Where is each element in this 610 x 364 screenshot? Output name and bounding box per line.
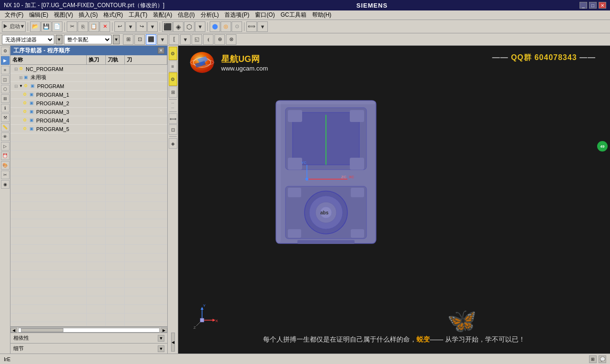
filter-dropdown-arrow[interactable]: ▼ <box>56 35 62 44</box>
sidebar-icon-feature[interactable]: ◫ <box>1 75 10 84</box>
redo-button[interactable]: ↪ <box>136 21 147 32</box>
status-icon-2[interactable]: 💬 <box>599 355 606 363</box>
filter-select[interactable]: 无选择过滤器 <box>2 35 54 44</box>
tree-row-program-5[interactable]: ⚙ ▣ PROGRAM_5 <box>10 125 167 133</box>
view-dropdown[interactable]: ▼ <box>195 21 205 32</box>
start-button[interactable]: ▶ 启动▼ <box>2 21 26 32</box>
dependencies-expand-button[interactable]: ▼ <box>158 335 164 342</box>
undo-dropdown[interactable]: ▼ <box>125 21 136 32</box>
close-button[interactable]: ✕ <box>599 2 606 9</box>
tree-row-program-2[interactable]: ⚙ ▣ PROGRAM_2 <box>10 99 167 108</box>
details-expand-button[interactable]: ▼ <box>158 345 164 352</box>
menu-window[interactable]: 窗口(O) <box>252 10 277 20</box>
sidebar-icon-cut[interactable]: ✂ <box>1 171 10 179</box>
col-tool-header: 刀轨 <box>106 55 125 64</box>
sidebar-icon-measure[interactable]: 📏 <box>1 123 10 131</box>
filter-btn-1[interactable]: ⊞ <box>123 34 133 45</box>
assembly-select[interactable]: 整个装配 <box>64 35 112 44</box>
filter-btn-4[interactable]: ▼ <box>157 34 168 45</box>
undo-button[interactable]: ↩ <box>114 21 125 32</box>
redo-dropdown[interactable]: ▼ <box>147 21 158 32</box>
undo-tools: ↩ ▼ ↪ ▼ <box>114 21 158 32</box>
sidebar-icon-view[interactable]: 👁 <box>1 132 10 141</box>
filter-btn-6[interactable]: ▼ <box>180 34 191 45</box>
menu-preferences[interactable]: 首选项(P) <box>222 10 252 20</box>
sidebar-icon-sim[interactable]: ▷ <box>1 142 10 151</box>
cam-button-1[interactable]: ⬤ <box>210 21 220 32</box>
view-iso-button[interactable]: ◈ <box>173 21 183 32</box>
tree-row-program-1[interactable]: ⚙ ▣ PROGRAM_1 <box>10 91 167 99</box>
sidebar-icon-nav[interactable]: ≡ <box>1 66 10 74</box>
cam-rt-btn-1[interactable]: ⚙ <box>169 47 177 60</box>
left-sidebar: ⚙ ▶ ≡ ◫ ⬡ ⊞ ℹ ⚒ 📏 👁 ▷ ⏰ 🎨 ✂ ◉ <box>0 46 10 354</box>
status-icon-1[interactable]: ⊞ <box>589 355 597 363</box>
assembly-dropdown-arrow[interactable]: ▼ <box>113 35 120 44</box>
sidebar-icon-extra[interactable]: ◉ <box>1 180 10 189</box>
tree-row-program[interactable]: ⊟ ▼ ⚙ ▣ PROGRAM <box>10 82 167 91</box>
cam-rt-btn-3[interactable]: ⚙ <box>169 72 177 86</box>
filter-btn-10[interactable]: ⊗ <box>226 34 236 45</box>
filter-btn-2[interactable]: ⊡ <box>134 34 145 45</box>
panel-close-button[interactable]: ✕ <box>158 47 164 54</box>
measure-dropdown[interactable]: ▼ <box>257 21 268 32</box>
panel-collapse-arrow[interactable]: ◀ <box>171 333 175 352</box>
cam-rt-btn-5[interactable]: ⟺ <box>169 113 177 124</box>
sidebar-icon-history[interactable]: ▶ <box>1 56 10 65</box>
cam-rt-btn-4[interactable]: ⊞ <box>169 86 177 98</box>
menu-gc-tools[interactable]: GC工具箱 <box>278 10 309 20</box>
menu-tools[interactable]: 工具(T) <box>126 10 150 20</box>
menu-edit[interactable]: 编辑(E) <box>26 10 51 20</box>
measure-button[interactable]: ⟺ <box>246 21 257 32</box>
paste-button[interactable]: 📋 <box>89 21 99 32</box>
filter-btn-3[interactable]: ⬛ <box>146 34 156 45</box>
menu-file[interactable]: 文件(F) <box>2 10 26 20</box>
menu-view[interactable]: 视图(V) <box>51 10 76 20</box>
scroll-right-button[interactable]: ▶ <box>161 328 167 333</box>
brand-title: 星航UG网 <box>221 53 268 65</box>
svg-rect-26 <box>351 229 364 238</box>
view-cube-button[interactable]: ⬛ <box>162 21 173 32</box>
tree-row-program-4[interactable]: ⚙ ▣ PROGRAM_4 <box>10 116 167 125</box>
qq-info: —— QQ群 604078343 —— <box>492 53 596 63</box>
tree-row-unused[interactable]: ⊞ ▣ 未用项 <box>10 73 167 82</box>
sidebar-icon-clock[interactable]: ⏰ <box>1 152 10 160</box>
sidebar-icon-model[interactable]: ⬡ <box>1 85 10 93</box>
menu-help[interactable]: 帮助(H) <box>309 10 335 20</box>
cam-button-3[interactable]: ⊙ <box>232 21 242 32</box>
sidebar-icon-settings[interactable]: ⚙ <box>1 47 10 55</box>
main-toolbar: ▶ 启动▼ 📂 💾 📄 ✂ ⎘ 📋 ✕ ↩ ▼ ↪ ▼ ⬛ ◈ ⬡ ▼ ⬤ ◎ … <box>0 20 610 33</box>
filter-btn-8[interactable]: ⟬ <box>203 34 214 45</box>
sidebar-icon-info[interactable]: ℹ <box>1 104 10 112</box>
cam-rt-btn-6[interactable]: ⊡ <box>169 124 177 135</box>
cut-button[interactable]: ✂ <box>67 21 77 32</box>
restore-button[interactable]: □ <box>589 2 597 9</box>
menu-insert[interactable]: 插入(S) <box>76 10 101 20</box>
sidebar-icon-cam[interactable]: ⚒ <box>1 113 10 122</box>
menu-info[interactable]: 信息(I) <box>175 10 197 20</box>
scroll-left-button[interactable]: ◀ <box>10 328 17 333</box>
filter-btn-5[interactable]: ⟦ <box>169 34 179 45</box>
sidebar-icon-assembly[interactable]: ⊞ <box>1 94 10 103</box>
menu-assembly[interactable]: 装配(A) <box>150 10 175 20</box>
cam-rt-btn-7[interactable]: ◈ <box>169 138 177 149</box>
filter-btn-9[interactable]: ⊕ <box>214 34 225 45</box>
program-3-tool <box>106 108 125 116</box>
copy-button[interactable]: ⎘ <box>78 21 88 32</box>
menu-format[interactable]: 格式(R) <box>101 10 126 20</box>
tree-row-program-3[interactable]: ⚙ ▣ PROGRAM_3 <box>10 108 167 116</box>
green-circle-button[interactable]: 49 <box>597 141 608 152</box>
filter-btn-7[interactable]: ◱ <box>192 34 202 45</box>
cam-rt-btn-2[interactable]: ≡ <box>169 61 177 72</box>
minimize-button[interactable]: _ <box>580 2 587 9</box>
horizontal-scrollbar[interactable] <box>18 328 160 333</box>
sidebar-icon-color[interactable]: 🎨 <box>1 161 10 170</box>
save-as-button[interactable]: 📄 <box>52 21 62 32</box>
cam-button-2[interactable]: ◎ <box>221 21 231 32</box>
open-button[interactable]: 📂 <box>30 21 41 32</box>
delete-button[interactable]: ✕ <box>100 21 110 32</box>
view-front-button[interactable]: ⬡ <box>184 21 194 32</box>
tree-row-nc-program[interactable]: ⊟ ⚙ NC_PROGRAM <box>10 65 167 73</box>
menu-analysis[interactable]: 分析(L) <box>198 10 222 20</box>
save-button[interactable]: 💾 <box>41 21 51 32</box>
program-2-extra <box>125 99 167 107</box>
